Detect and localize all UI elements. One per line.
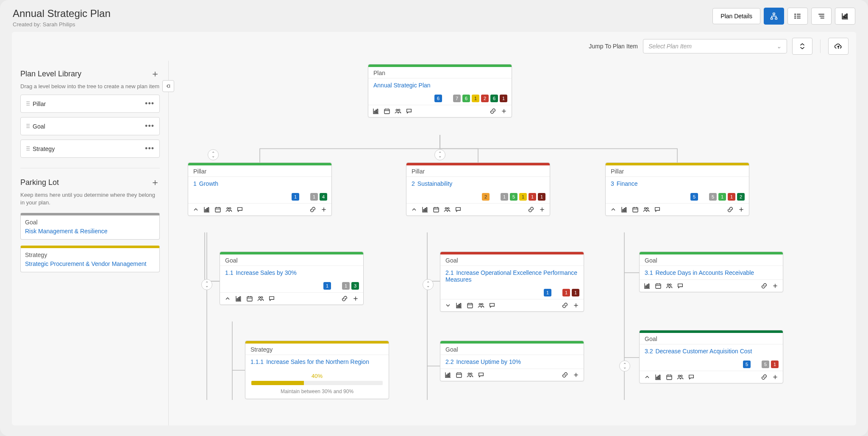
library-add-button[interactable]: ＋ <box>150 67 160 80</box>
link-icon[interactable] <box>309 206 316 213</box>
link-icon[interactable] <box>727 206 734 213</box>
comment-icon[interactable] <box>688 374 695 380</box>
node-title[interactable]: 3.1Reduce Days in Accounts Receivable <box>640 266 783 279</box>
add-child-button[interactable] <box>539 206 545 213</box>
plan-node[interactable]: Goal 3.1Reduce Days in Accounts Receivab… <box>639 252 783 292</box>
branch-toggle[interactable] <box>208 149 219 160</box>
calendar-icon[interactable] <box>456 372 462 378</box>
chart-icon[interactable] <box>456 302 462 309</box>
people-icon[interactable] <box>666 282 673 289</box>
comment-icon[interactable] <box>268 295 275 302</box>
parking-card[interactable]: StrategyStrategic Procurement & Vendor M… <box>20 246 160 272</box>
add-child-button[interactable] <box>352 295 359 302</box>
expand-toggle[interactable] <box>610 206 617 213</box>
branch-toggle[interactable] <box>619 361 630 372</box>
people-icon[interactable] <box>677 374 684 380</box>
link-icon[interactable] <box>761 374 768 380</box>
node-title[interactable]: 1.1.1Increase Sales for the Northern Reg… <box>245 355 389 369</box>
comment-icon[interactable] <box>489 302 495 309</box>
comment-icon[interactable] <box>236 206 243 213</box>
more-icon[interactable]: ••• <box>145 122 154 131</box>
calendar-icon[interactable] <box>433 206 440 213</box>
calendar-icon[interactable] <box>214 206 221 213</box>
branch-toggle[interactable] <box>434 149 445 160</box>
node-title[interactable]: 2.2Increase Uptime by 10% <box>440 355 584 369</box>
plan-node[interactable]: Goal 3.2Decrease Customer Acquisition Co… <box>639 330 783 383</box>
add-child-button[interactable] <box>573 302 579 309</box>
add-child-button[interactable] <box>772 282 779 289</box>
plan-node[interactable]: Pillar 3Finance55112 <box>605 162 749 216</box>
comment-icon[interactable] <box>455 206 462 213</box>
node-title[interactable]: Annual Strategic Plan <box>368 78 512 92</box>
plan-node[interactable]: Pillar 2Sustainability215111 <box>406 162 550 216</box>
calendar-icon[interactable] <box>655 282 662 289</box>
node-title[interactable]: 2Sustainability <box>406 177 550 190</box>
view-list-button[interactable] <box>787 8 808 25</box>
expand-toggle[interactable] <box>411 206 417 213</box>
more-icon[interactable]: ••• <box>145 99 154 108</box>
parking-card[interactable]: GoalRisk Management & Resilience <box>20 213 160 240</box>
plan-node[interactable]: Strategy 1.1.1Increase Sales for the Nor… <box>245 341 389 399</box>
expand-toggle[interactable] <box>192 206 199 213</box>
add-child-button[interactable] <box>320 206 327 213</box>
plan-node[interactable]: Goal 2.2Increase Uptime by 10% <box>440 341 584 381</box>
plan-node[interactable]: Goal 1.1Increase Sales by 30%113 <box>220 252 364 305</box>
export-cloud-button[interactable] <box>828 38 849 55</box>
link-icon[interactable] <box>761 282 768 289</box>
node-title[interactable]: 1.1Increase Sales by 30% <box>220 266 363 279</box>
view-outline-button[interactable] <box>811 8 832 25</box>
chart-icon[interactable] <box>203 206 210 213</box>
chart-icon[interactable] <box>422 206 428 213</box>
calendar-icon[interactable] <box>632 206 639 213</box>
node-title[interactable]: 3Finance <box>606 177 749 190</box>
people-icon[interactable] <box>225 206 232 213</box>
more-icon[interactable]: ••• <box>145 144 154 153</box>
add-child-button[interactable] <box>772 374 779 380</box>
people-icon[interactable] <box>478 302 484 309</box>
chart-icon[interactable] <box>621 206 628 213</box>
chart-icon[interactable] <box>655 374 662 380</box>
comment-icon[interactable] <box>406 108 412 115</box>
comment-icon[interactable] <box>478 372 484 378</box>
calendar-icon[interactable] <box>666 374 673 380</box>
calendar-icon[interactable] <box>467 302 473 309</box>
parking-add-button[interactable]: ＋ <box>150 176 160 189</box>
node-title[interactable]: 2.1Increase Operational Excellence Perfo… <box>440 266 584 286</box>
comment-icon[interactable] <box>677 282 684 289</box>
people-icon[interactable] <box>395 108 401 115</box>
view-tree-button[interactable] <box>764 8 784 25</box>
plan-node[interactable]: Pillar 1Growth114 <box>188 162 332 216</box>
calendar-icon[interactable] <box>246 295 253 302</box>
plan-details-button[interactable]: Plan Details <box>712 8 760 24</box>
level-item-goal[interactable]: ⠿Goal••• <box>20 117 160 135</box>
collapse-all-button[interactable] <box>792 38 812 55</box>
add-child-button[interactable] <box>573 372 579 378</box>
branch-toggle[interactable] <box>201 279 212 290</box>
add-child-button[interactable] <box>738 206 745 213</box>
people-icon[interactable] <box>444 206 451 213</box>
link-icon[interactable] <box>562 302 568 309</box>
view-chart-button[interactable] <box>835 8 855 25</box>
plan-node[interactable]: Plan Annual Strategic Plan6761261 <box>368 64 512 117</box>
people-icon[interactable] <box>257 295 264 302</box>
people-icon[interactable] <box>467 372 473 378</box>
level-item-pillar[interactable]: ⠿Pillar••• <box>20 95 160 113</box>
link-icon[interactable] <box>528 206 534 213</box>
expand-toggle[interactable] <box>224 295 231 302</box>
chart-icon[interactable] <box>445 372 451 378</box>
chart-icon[interactable] <box>644 282 651 289</box>
level-item-strategy[interactable]: ⠿Strategy••• <box>20 140 160 158</box>
link-icon[interactable] <box>490 108 496 115</box>
expand-toggle[interactable] <box>445 302 451 309</box>
add-child-button[interactable] <box>501 108 507 115</box>
plan-item-select[interactable]: Select Plan Item ⌄ <box>643 39 787 53</box>
calendar-icon[interactable] <box>384 108 390 115</box>
expand-toggle[interactable] <box>644 374 651 380</box>
plan-node[interactable]: Goal 2.1Increase Operational Excellence … <box>440 252 584 312</box>
link-icon[interactable] <box>341 295 348 302</box>
node-title[interactable]: 1Growth <box>188 177 331 190</box>
branch-toggle[interactable] <box>423 279 434 290</box>
node-title[interactable]: 3.2Decrease Customer Acquisition Cost <box>640 344 783 358</box>
chart-icon[interactable] <box>235 295 242 302</box>
chart-icon[interactable] <box>373 108 379 115</box>
